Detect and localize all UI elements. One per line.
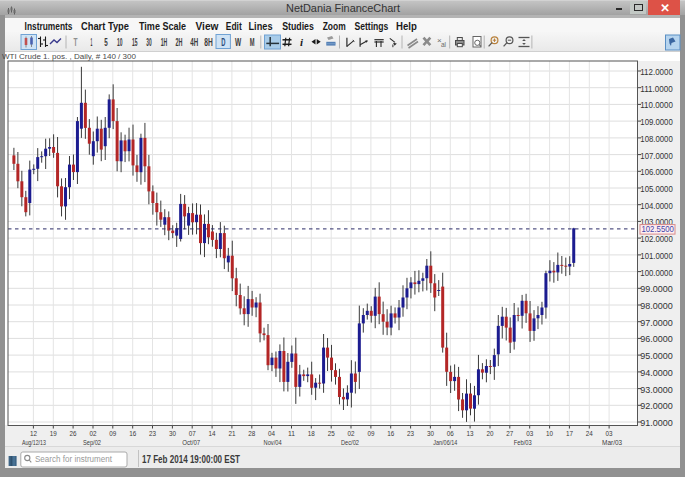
svg-text:111.0000: 111.0000: [640, 84, 673, 94]
svg-text:Jan/06/14: Jan/06/14: [433, 438, 457, 447]
svg-text:Aug/12/13: Aug/12/13: [22, 438, 46, 447]
svg-text:8H: 8H: [204, 37, 213, 48]
svg-text:108.0000: 108.0000: [640, 134, 673, 144]
svg-text:Instruments: Instruments: [25, 21, 73, 32]
svg-text:Feb/03: Feb/03: [514, 438, 532, 447]
svg-text:92.0000: 92.0000: [640, 401, 673, 411]
svg-text:112.0000: 112.0000: [640, 67, 673, 77]
svg-text:06: 06: [447, 429, 454, 438]
svg-text:09: 09: [367, 429, 374, 438]
svg-text:04: 04: [268, 429, 275, 438]
svg-text:WTI Crude 1. pos. , Daily, # 1: WTI Crude 1. pos. , Daily, # 140 / 300: [2, 52, 137, 61]
svg-text:98.0000: 98.0000: [640, 301, 673, 311]
svg-text:10: 10: [546, 429, 553, 438]
svg-text:110.0000: 110.0000: [640, 100, 673, 110]
svg-text:12: 12: [30, 429, 37, 438]
svg-text:1: 1: [91, 37, 93, 48]
svg-text:109.0000: 109.0000: [640, 117, 673, 127]
svg-text:07: 07: [189, 429, 196, 438]
svg-text:13: 13: [467, 429, 474, 438]
svg-text:Oct/07: Oct/07: [182, 438, 200, 447]
svg-text:M: M: [250, 37, 255, 48]
svg-text:Mar/03: Mar/03: [602, 438, 622, 447]
svg-text:Sep/02: Sep/02: [83, 438, 101, 447]
svg-text:02: 02: [348, 429, 355, 438]
svg-text:Dec/02: Dec/02: [341, 438, 359, 447]
svg-text:30: 30: [169, 429, 176, 438]
svg-text:Nov/04: Nov/04: [264, 438, 282, 447]
svg-text:102.0000: 102.0000: [640, 234, 673, 244]
svg-text:Time Scale: Time Scale: [139, 21, 186, 32]
svg-text:NetDania FinanceChart: NetDania FinanceChart: [286, 2, 400, 14]
svg-text:16: 16: [129, 429, 136, 438]
svg-text:W: W: [235, 37, 242, 48]
svg-text:Zoom: Zoom: [323, 21, 346, 32]
svg-text:106.0000: 106.0000: [640, 167, 673, 177]
svg-text:107.0000: 107.0000: [640, 151, 673, 161]
svg-text:27: 27: [506, 429, 513, 438]
svg-text:Settings: Settings: [354, 21, 388, 32]
svg-text:Lines: Lines: [249, 21, 273, 32]
svg-text:09: 09: [109, 429, 116, 438]
svg-text:21: 21: [228, 429, 235, 438]
svg-text:Chart Type: Chart Type: [81, 21, 129, 32]
svg-text:105.0000: 105.0000: [640, 184, 673, 194]
svg-text:4H: 4H: [190, 37, 198, 48]
svg-text:94.0000: 94.0000: [640, 368, 673, 378]
svg-text:97.0000: 97.0000: [640, 318, 673, 328]
svg-text:26: 26: [70, 429, 77, 438]
svg-text:al: al: [441, 41, 447, 48]
svg-text:1H: 1H: [161, 37, 168, 48]
svg-text:23: 23: [149, 429, 156, 438]
svg-text:03: 03: [526, 429, 533, 438]
svg-text:17: 17: [566, 429, 573, 438]
svg-text:T: T: [74, 37, 78, 48]
svg-text:14: 14: [209, 429, 216, 438]
svg-text:Studies: Studies: [282, 21, 314, 32]
svg-text:View: View: [196, 21, 219, 32]
svg-text:20: 20: [487, 429, 494, 438]
svg-text:30: 30: [146, 37, 152, 48]
svg-text:Search for instrument: Search for instrument: [35, 454, 113, 464]
svg-text:102.5500: 102.5500: [641, 224, 674, 234]
svg-text:16: 16: [387, 429, 394, 438]
svg-text:25: 25: [328, 429, 335, 438]
svg-text:30: 30: [427, 429, 434, 438]
svg-text:2H: 2H: [176, 37, 183, 48]
svg-text:15: 15: [132, 37, 138, 48]
svg-text:96.0000: 96.0000: [640, 334, 673, 344]
svg-text:03: 03: [606, 429, 613, 438]
svg-text:101.0000: 101.0000: [640, 251, 673, 261]
svg-text:23: 23: [407, 429, 414, 438]
svg-text:17 Feb 2014 19:00:00 EST: 17 Feb 2014 19:00:00 EST: [142, 454, 240, 465]
svg-text:11: 11: [288, 429, 295, 438]
svg-text:28: 28: [248, 429, 255, 438]
svg-text:18: 18: [308, 429, 315, 438]
svg-text:100.0000: 100.0000: [640, 268, 673, 278]
svg-text:95.0000: 95.0000: [640, 351, 673, 361]
svg-text:93.0000: 93.0000: [640, 385, 673, 395]
svg-text:99.0000: 99.0000: [640, 284, 673, 294]
svg-text:Edit: Edit: [226, 21, 243, 32]
svg-text:Help: Help: [396, 21, 417, 32]
svg-text:24: 24: [586, 429, 593, 438]
svg-text:91.0000: 91.0000: [640, 418, 673, 428]
svg-text:19: 19: [50, 429, 57, 438]
svg-text:5: 5: [104, 37, 108, 48]
svg-text:02: 02: [90, 429, 97, 438]
svg-text:i: i: [300, 36, 304, 48]
svg-text:10: 10: [117, 37, 123, 48]
svg-text:104.0000: 104.0000: [640, 201, 673, 211]
svg-text:D: D: [221, 37, 225, 48]
